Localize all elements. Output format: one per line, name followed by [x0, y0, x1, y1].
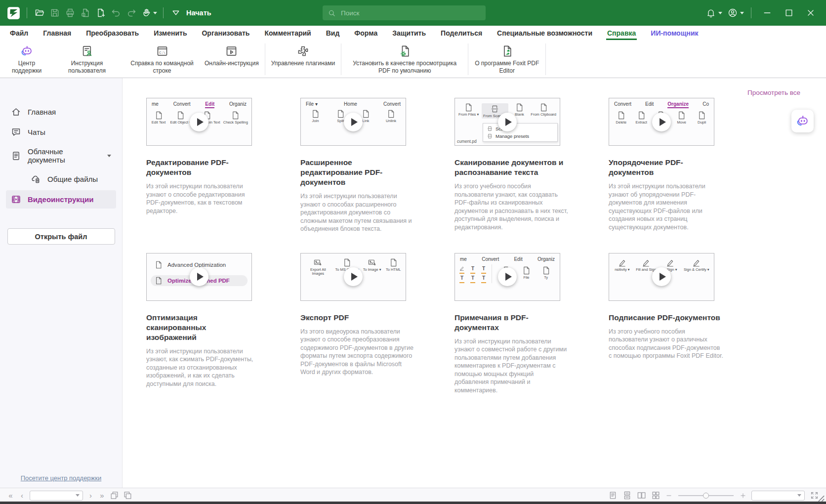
zoom-level-combo[interactable] [751, 491, 805, 501]
chevron-down-icon[interactable] [107, 155, 111, 157]
ribbon-toolbar: Центр поддержкиИнструкция пользователяC:… [0, 40, 826, 78]
zoom-slider-thumb[interactable] [703, 493, 709, 499]
thumb-tab: me [460, 256, 467, 262]
save-icon[interactable] [47, 5, 62, 20]
ribbon-button-1[interactable]: Инструкция пользователя [49, 41, 124, 74]
undo-icon[interactable] [108, 5, 124, 20]
single-page-view-icon[interactable] [608, 491, 618, 500]
create-pdf-icon[interactable] [78, 5, 93, 20]
global-search[interactable] [323, 5, 486, 20]
open-folder-icon[interactable] [32, 5, 47, 20]
sidebar-item-1[interactable]: Чаты [6, 123, 116, 141]
menu-item-11[interactable]: Справка [600, 26, 643, 40]
minimize-icon[interactable] [757, 5, 778, 20]
ribbon-button-6[interactable]: О программе Foxit PDF Editor [469, 41, 544, 74]
tutorial-card-0: meConvertEditOrganizEdit TextEdit Object… [146, 98, 262, 233]
facing-continuous-view-icon[interactable] [651, 491, 661, 500]
edit-text-icon [155, 111, 163, 120]
video-thumbnail[interactable]: Export All ImagesTo MS Office ▾To Image … [300, 253, 406, 301]
video-thumbnail[interactable]: meConvertEditOrganizEdit TextEdit Object… [146, 98, 252, 146]
dropdown-item: Scan [483, 125, 557, 132]
account-icon[interactable] [725, 5, 740, 20]
start-tab-button[interactable]: Начать [170, 5, 211, 20]
from-files-icon [464, 103, 473, 112]
foxit-logo-icon[interactable] [7, 6, 20, 20]
video-thumbnail[interactable]: From Files ▾From ScannerBlankFrom Clipbo… [454, 98, 560, 146]
previous-page-button[interactable]: ‹ [18, 492, 26, 499]
video-thumbnail[interactable]: meConvertEditOrganizTTTTTNoteFileTy [454, 253, 560, 301]
sidebar-item-4[interactable]: Видеоинструкции [6, 190, 116, 209]
notifications-bell-icon[interactable] [703, 5, 718, 20]
thumb-tab-bar: meConvertEditOrganiz [455, 253, 560, 263]
ribbon-group-divider [341, 43, 341, 75]
zoom-slider[interactable] [678, 495, 734, 496]
redo-icon[interactable] [124, 5, 139, 20]
tutorial-card-1: File ▾HomeConvertJoinSplitLinkUnlinkРасш… [300, 98, 416, 233]
next-page-button[interactable]: › [87, 492, 94, 499]
ribbon-button-5[interactable]: Установить в качестве просмотрщика PDF п… [342, 41, 467, 74]
page-number-combo[interactable] [30, 491, 83, 501]
main-panel: Просмотреть все meConvertEditOrganizEdit… [123, 78, 826, 488]
play-button[interactable] [498, 267, 517, 286]
ai-assistant-button[interactable] [791, 110, 814, 132]
play-button[interactable] [190, 267, 208, 286]
sidebar-item-3[interactable]: Общие файлы [26, 170, 116, 188]
menu-item-8[interactable]: Защитить [385, 26, 433, 40]
thumb-tool: Ty [537, 266, 554, 280]
first-page-button[interactable]: « [7, 492, 14, 499]
close-icon[interactable] [800, 5, 821, 20]
new-document-icon[interactable] [93, 5, 108, 20]
menu-item-9[interactable]: Поделиться [433, 26, 490, 40]
menu-item-2[interactable]: Преобразовать [79, 26, 146, 40]
ribbon-button-2[interactable]: C:\Справка по командной строке [124, 41, 200, 74]
zoom-in-icon[interactable] [740, 492, 746, 499]
play-button[interactable] [190, 113, 208, 131]
previous-view-icon[interactable] [110, 491, 119, 500]
sidebar-item-2[interactable]: Облачные документы [6, 143, 116, 168]
support-center-link[interactable]: Посетите центр поддержки [21, 474, 102, 482]
video-thumbnail[interactable]: File ▾HomeConvertJoinSplitLinkUnlink [300, 98, 406, 146]
svg-text:C:\: C:\ [159, 51, 165, 55]
view-all-link[interactable]: Просмотреть все [747, 89, 800, 96]
video-thumbnail[interactable]: nsitivity ▾Fill and SigncuSign ▾Sign & C… [609, 253, 714, 301]
dropdown-caret-icon[interactable] [153, 12, 157, 14]
ribbon-button-3[interactable]: Онлайн-инструкция [200, 41, 264, 67]
dropdown-caret-icon[interactable] [718, 12, 722, 14]
menu-item-1[interactable]: Главная [36, 26, 79, 40]
menu-item-5[interactable]: Комментарий [257, 26, 318, 40]
menu-item-7[interactable]: Форма [347, 26, 385, 40]
play-button[interactable] [344, 113, 363, 131]
sidebar-item-label: Чаты [28, 128, 45, 136]
maximize-icon[interactable] [779, 5, 799, 20]
sidebar-item-0[interactable]: Главная [6, 103, 116, 121]
video-thumbnail[interactable]: ConvertEditOrganizeCoDeleteExtractRevers… [609, 98, 714, 146]
open-file-button[interactable]: Открыть файл [7, 228, 115, 245]
ribbon-button-0[interactable]: Центр поддержки [4, 41, 49, 74]
menu-item-12[interactable]: ИИ-помощник [643, 26, 705, 40]
last-page-button[interactable]: » [98, 492, 106, 499]
menu-item-10[interactable]: Специальные возможности [490, 26, 600, 40]
continuous-view-icon[interactable] [622, 491, 632, 500]
dropdown-caret-icon[interactable] [740, 12, 744, 14]
next-view-icon[interactable] [123, 491, 132, 500]
thumb-divider [492, 264, 492, 283]
resize-grip[interactable] [813, 490, 826, 503]
facing-view-icon[interactable] [637, 491, 646, 500]
card-description: Из этой инструкции пользователи узнают, … [146, 347, 261, 388]
thumb-tab: Organiz [229, 101, 247, 108]
play-button[interactable] [344, 267, 363, 286]
video-thumbnail[interactable]: Advanced OptimizationOptimize Scanned PD… [146, 253, 252, 301]
print-icon[interactable] [62, 5, 78, 20]
search-input[interactable] [340, 9, 481, 17]
hand-tool-icon[interactable] [139, 5, 154, 20]
menu-item-3[interactable]: Изменить [146, 26, 194, 40]
play-button[interactable] [498, 113, 517, 131]
zoom-out-icon[interactable] [665, 492, 672, 499]
play-button[interactable] [652, 113, 671, 131]
replace-text-icon: T [481, 275, 486, 283]
ribbon-button-4[interactable]: Управление плагинами [266, 41, 340, 67]
menu-item-0[interactable]: Файл [2, 26, 36, 40]
menu-item-6[interactable]: Вид [319, 26, 347, 40]
menu-item-4[interactable]: Организовать [194, 26, 257, 40]
play-button[interactable] [652, 267, 671, 286]
